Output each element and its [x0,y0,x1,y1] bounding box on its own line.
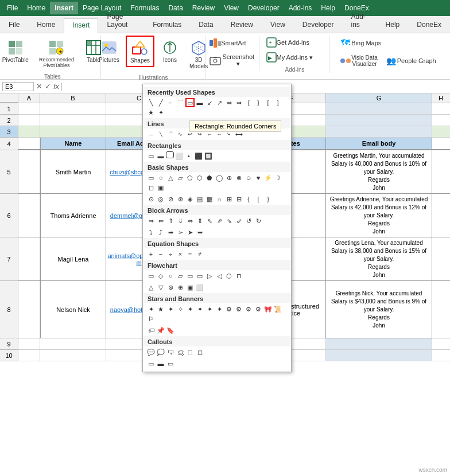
shape-b8[interactable]: ◯ [215,173,224,182]
shape-fc7[interactable]: ▷ [205,271,214,280]
menu-view[interactable]: View [219,2,243,14]
shape-ba8[interactable]: ⇗ [215,216,224,225]
menu-home[interactable]: Home [22,2,50,14]
menu-data[interactable]: Data [164,2,187,14]
cell-g9[interactable] [326,338,432,349]
shape-b2[interactable]: ○ [156,173,165,182]
menu-insert[interactable]: Insert [50,2,78,14]
shape-b12[interactable]: ♥ [254,173,263,182]
cell-a3[interactable] [18,126,40,137]
shape-r6[interactable]: ⬛ [194,151,203,161]
shape-s6[interactable]: ✦ [195,305,204,314]
shape-bd3[interactable]: ➡ [166,228,175,237]
shape-bracket-r[interactable]: ] [273,98,282,107]
header-email-body[interactable]: Email body [326,138,432,149]
shape-ba11[interactable]: ↺ [244,216,253,225]
shape-fc6[interactable]: ▭ [195,271,204,280]
shape-s10[interactable]: ⚙ [234,305,243,314]
visio-button[interactable]: Visio DataVisualizer [337,53,380,69]
header-name[interactable]: Name [40,138,106,149]
shape-co3[interactable]: 🗨 [166,348,175,357]
smartart-button[interactable]: SmartArt [207,36,258,50]
shape-eq6[interactable]: ≠ [195,249,204,259]
shape-fc9[interactable]: ⬡ [224,271,234,280]
shape-s2[interactable]: ★ [156,305,165,314]
cell-b10[interactable] [40,350,106,361]
col-header-h[interactable]: H [432,93,449,103]
bing-maps-button[interactable]: 🗺 Bing Maps [337,36,384,50]
menu-help[interactable]: Help [316,2,340,14]
cell-emailbody-8[interactable]: Greetings Nick, Your accumulated Salary … [326,281,432,338]
tab-page-layout[interactable]: Page Layout [98,10,144,33]
shape-ff5[interactable]: ▣ [185,283,195,292]
shape-b11[interactable]: ☺ [244,173,253,182]
shape-c9[interactable]: ⊞ [224,194,234,204]
shape-b1[interactable]: ▭ [146,173,156,182]
shape-bd4[interactable]: ➢ [176,228,185,237]
shape-c1[interactable]: ⊙ [146,194,156,204]
shape-s3[interactable]: ✦ [166,305,175,314]
col-header-a[interactable]: A [18,93,40,103]
shape-b16[interactable]: ▣ [156,183,165,192]
shape-s7[interactable]: ✦ [205,305,214,314]
shape-eq4[interactable]: × [176,249,185,259]
cell-a8[interactable] [18,281,40,338]
shape-b5[interactable]: ⬠ [185,173,195,182]
menu-developer[interactable]: Developer [243,2,284,14]
shape-ff4[interactable]: ⊕ [176,283,185,292]
shape-b7[interactable]: ⬟ [205,173,214,182]
shape-fc5[interactable]: ▭ [185,271,195,280]
shape-r2[interactable]: ▬ [156,151,165,161]
shape-r3[interactable] [166,151,174,158]
shape-eq3[interactable]: ÷ [166,249,175,259]
cell-g3[interactable] [326,126,432,137]
menu-addins[interactable]: Add-ins [284,2,317,14]
tab-doneex[interactable]: DoneEx [408,18,450,33]
shape-line1[interactable]: ╲ [146,98,156,107]
shape-b6[interactable]: ⬡ [195,173,204,182]
shape-ba9[interactable]: ⇘ [224,216,234,225]
shape-arrow-dbl[interactable]: ⇔ [224,98,234,107]
shape-misc[interactable]: ✦ [156,108,165,117]
cell-a10[interactable] [18,350,40,361]
cell-g2[interactable] [326,115,432,126]
my-addins-button[interactable]: ▶ My Add-ins ▾ [263,50,327,64]
shape-arrow-r[interactable]: ⇒ [234,98,243,107]
shape-b15[interactable]: ◻ [146,183,156,192]
shape-bd1[interactable]: ⤵ [146,228,156,237]
shape-co4[interactable]: 🗯 [176,348,185,357]
shape-rect[interactable]: ▬ [195,98,204,107]
cell-h1[interactable] [432,103,449,114]
shape-b13[interactable]: ⚡ [263,173,273,182]
shape-ba2[interactable]: ⇐ [156,216,165,225]
cell-a9[interactable] [18,338,40,349]
shape-bd6[interactable]: ➥ [195,228,204,237]
tab-help[interactable]: Help [377,18,409,33]
shape-eq1[interactable]: + [146,249,156,259]
cell-name-8[interactable]: Nelson Nick [40,281,106,338]
shape-eq5[interactable]: = [185,249,195,259]
shape-b3[interactable]: △ [166,173,175,182]
col-header-b[interactable]: B [40,93,106,103]
shape-ba5[interactable]: ⇔ [185,216,195,225]
cell-reference[interactable] [2,82,34,91]
people-graph-button[interactable]: 👥 People Graph [383,53,439,69]
shape-s1[interactable]: ✦ [146,305,156,314]
shape-b4[interactable]: ▱ [176,173,185,182]
shape-l3[interactable]: ⌒ [166,130,175,139]
shape-bn2[interactable]: 📌 [156,326,165,335]
shape-fc1[interactable]: ▭ [146,271,156,280]
menu-file[interactable]: File [2,2,22,14]
shape-rect-rounded[interactable]: ▭ [185,98,195,107]
confirm-formula-icon[interactable]: ✓ [45,82,51,91]
tab-insert[interactable]: Insert [64,18,98,33]
tab-file[interactable]: File [0,18,28,33]
shape-l4[interactable]: ∿ [176,130,185,139]
shape-ba12[interactable]: ↻ [254,216,263,225]
shape-c10[interactable]: ⊟ [234,194,243,204]
shape-r4[interactable]: ⬜ [174,151,184,161]
shape-s13[interactable]: 🎀 [263,305,273,314]
shape-co5[interactable]: □ [185,348,195,357]
shape-fc10[interactable]: ⊓ [234,271,243,280]
shape-co2[interactable]: 💭 [156,348,165,357]
